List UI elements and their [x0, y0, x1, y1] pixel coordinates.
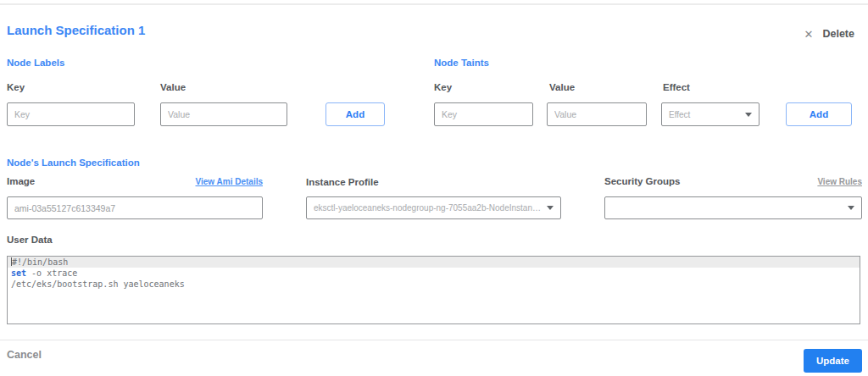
delete-button-label: Delete: [822, 28, 854, 40]
code-segment: #!/bin/bash: [12, 257, 68, 267]
code-line: set -o xtrace: [8, 268, 860, 279]
image-label-row: Image View Ami Details: [7, 176, 263, 186]
footer-divider: [0, 340, 868, 340]
instance-profile-dropdown[interactable]: eksctl-yaeloceaneks-nodegroup-ng-7055aa2…: [306, 196, 561, 219]
effect-dropdown-placeholder: Effect: [669, 110, 745, 119]
node-taints-effect-label: Effect: [663, 82, 690, 92]
delete-button[interactable]: ✕ Delete: [804, 28, 854, 40]
node-labels-value-label: Value: [160, 82, 186, 92]
code-segment: /etc/eks/bootstrap.sh yaeloceaneks: [11, 279, 185, 289]
code-segment: set: [11, 268, 26, 278]
chevron-down-icon: [848, 206, 854, 210]
cancel-button[interactable]: Cancel: [7, 349, 42, 361]
user-data-label: User Data: [7, 235, 53, 245]
node-labels-add-button[interactable]: Add: [326, 102, 385, 126]
image-input[interactable]: [7, 196, 263, 219]
view-ami-details-link[interactable]: View Ami Details: [196, 177, 263, 186]
node-taints-value-label: Value: [549, 82, 575, 92]
image-label: Image: [7, 176, 35, 186]
launch-specification-form: Launch Specification 1 ✕ Delete Node Lab…: [0, 0, 868, 376]
section-title-node-labels: Node Labels: [7, 58, 64, 68]
node-taints-value-input[interactable]: [547, 102, 647, 126]
node-labels-value-input[interactable]: [160, 102, 287, 126]
update-button[interactable]: Update: [804, 349, 862, 373]
chevron-down-icon: [547, 206, 554, 210]
view-rules-link[interactable]: View Rules: [817, 177, 862, 186]
security-groups-label-row: Security Groups View Rules: [604, 176, 862, 186]
close-icon[interactable]: ✕: [804, 29, 814, 40]
node-taints-effect-dropdown[interactable]: Effect: [661, 102, 760, 126]
instance-profile-label: Instance Profile: [306, 177, 379, 187]
instance-profile-value: eksctl-yaeloceaneks-nodegroup-ng-7055aa2…: [314, 203, 547, 213]
section-title-node-taints: Node Taints: [434, 58, 489, 68]
user-data-code-editor[interactable]: #!/bin/bashset -o xtrace/etc/eks/bootstr…: [7, 256, 860, 324]
code-line: /etc/eks/bootstrap.sh yaeloceaneks: [8, 279, 860, 290]
node-labels-key-label: Key: [7, 82, 25, 92]
chevron-down-icon: [745, 113, 752, 117]
code-line: #!/bin/bash: [8, 257, 860, 268]
node-taints-add-button[interactable]: Add: [786, 102, 852, 126]
security-groups-dropdown[interactable]: [604, 196, 862, 219]
page-title: Launch Specification 1: [7, 23, 145, 37]
top-divider: [0, 3, 868, 5]
node-labels-key-input[interactable]: [7, 102, 135, 126]
node-taints-key-input[interactable]: [434, 102, 533, 126]
node-taints-key-label: Key: [434, 82, 452, 92]
security-groups-label: Security Groups: [604, 176, 680, 186]
code-segment: -o xtrace: [26, 268, 77, 278]
section-title-launch-spec: Node's Launch Specification: [7, 158, 140, 168]
